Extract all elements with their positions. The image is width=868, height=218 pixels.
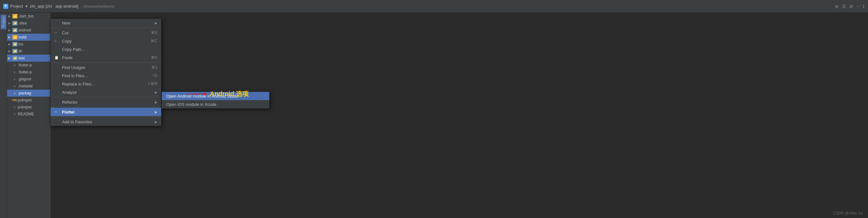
sidebar-item-ios[interactable]: ▶ 📁 ios <box>7 41 51 48</box>
submenu-arrow: ▶ <box>155 91 157 94</box>
paste-icon: 📋 <box>54 56 59 60</box>
watermark: CSDN @Allen Su <box>833 211 863 215</box>
file-icon: YML <box>12 98 17 102</box>
sidebar-item-label: .metadat <box>18 84 33 88</box>
folder-icon: 📁 <box>12 42 18 46</box>
shortcut: ^G <box>153 73 157 78</box>
sidebar-item-android[interactable]: ▶ 📁 android <box>7 27 51 34</box>
one-label: 1 <box>862 4 865 9</box>
folder-icon: 📁 <box>12 56 18 60</box>
sidebar-item-label: README <box>18 112 34 116</box>
sidebar-item-label: android <box>19 28 31 32</box>
annotation-arrow <box>188 94 207 94</box>
sidebar-item-metadata[interactable]: ▶ ≡ .metadat <box>7 83 51 90</box>
menu-item-label: Flutter <box>62 110 151 115</box>
title-bar-left: P Project ▾ zhi_app [zhi app android] ~/… <box>3 4 115 9</box>
vertical-tab: Project <box>0 13 7 218</box>
separator <box>51 62 161 63</box>
submenu-item-open-ios[interactable]: Open iOS module in Xcode <box>162 100 269 108</box>
menu-item-replace-in-files[interactable]: Replace in Files... ⇧⌘R <box>51 80 161 88</box>
menu-item-cut[interactable]: ✂ Cut ⌘X <box>51 29 161 37</box>
sidebar-item-flutter1[interactable]: ▶ ≡ .flutter-p <box>7 62 51 69</box>
menu-item-label: Add to Favorites <box>62 120 151 124</box>
sidebar-item-dart-tool[interactable]: ▶ 📁 .dart_too <box>7 13 51 20</box>
menu-item-paste[interactable]: 📋 Paste ⌘V <box>51 53 161 62</box>
folder-icon: 📁 <box>12 14 18 19</box>
sidebar-item-label: .flutter-p <box>18 63 32 67</box>
menu-item-add-favorites[interactable]: Add to Favorites ▶ <box>51 118 161 126</box>
shortcut: ⌘X <box>151 31 157 35</box>
submenu-arrow: ▶ <box>155 21 157 25</box>
sidebar-item-label: lib <box>19 49 22 53</box>
shortcut: ⌘C <box>151 39 157 43</box>
file-icon: ≡ <box>12 84 17 88</box>
title-module: app android] <box>55 4 78 8</box>
menu-item-label: Copy <box>62 39 148 43</box>
separator <box>51 97 161 97</box>
folder-icon: 📁 <box>12 35 18 39</box>
menu-item-flutter[interactable]: ✦ Flutter ▶ <box>51 108 161 116</box>
sidebar-item-gitignore[interactable]: ▶ ≡ .gitignor <box>7 75 51 83</box>
sidebar-item-label: .packag <box>18 91 31 95</box>
file-tree-sidebar: ▶ 📁 .dart_too ▶ 📁 .idea ▶ 📁 android ▶ 📁 … <box>7 13 51 218</box>
title-bar-controls: ⊕ ☰ ⚙ − 1 <box>835 4 865 9</box>
project-vtab[interactable]: Project <box>1 14 6 29</box>
sidebar-item-label: .idea <box>19 21 27 25</box>
menu-item-label: Copy Path... <box>62 47 157 52</box>
sidebar-item-readme[interactable]: ▶ ≡ README <box>7 111 51 118</box>
file-icon: ≡ <box>12 112 17 116</box>
sidebar-item-label: test <box>19 56 25 60</box>
sidebar-item-label: build <box>19 35 26 39</box>
expand-arrow: ▶ <box>8 57 11 60</box>
menu-item-find-usages[interactable]: Find Usages ⌘1 <box>51 63 161 71</box>
sidebar-item-pubspec1[interactable]: ▶ YML pubspec <box>7 97 51 103</box>
submenu-arrow: ▶ <box>155 120 157 124</box>
separator <box>51 28 161 28</box>
sidebar-item-test[interactable]: ▶ 📁 test <box>7 55 51 62</box>
title-path: ~/Documents/Dev/co <box>82 4 114 8</box>
sidebar-item-lib[interactable]: ▶ 📁 lib <box>7 48 51 55</box>
shortcut: ⇧⌘R <box>148 82 157 86</box>
menu-item-copy-path[interactable]: Copy Path... <box>51 45 161 53</box>
annotation-text: Android 选项 <box>210 90 249 98</box>
sidebar-item-flutter2[interactable]: ▶ ≡ .flutter-p <box>7 69 51 75</box>
menu-item-analyze[interactable]: Analyze ▶ <box>51 88 161 96</box>
folder-icon: 📁 <box>12 21 18 25</box>
expand-arrow: ▶ <box>8 42 11 46</box>
menu-item-copy[interactable]: ⎘ Copy ⌘C <box>51 37 161 45</box>
copy-icon: ⎘ <box>54 39 59 43</box>
sidebar-item-label: .gitignor <box>18 77 31 81</box>
separator <box>51 117 161 117</box>
separator <box>51 107 161 107</box>
menu-item-label: Find in Files... <box>62 73 150 78</box>
list-icon[interactable]: ☰ <box>842 4 846 9</box>
menu-item-label: Find Usages <box>62 65 149 70</box>
expand-arrow: ▶ <box>8 50 11 53</box>
sidebar-item-build[interactable]: ▶ 📁 build <box>7 34 51 41</box>
menu-item-label: Analyze <box>62 90 151 95</box>
globe-icon[interactable]: ⊕ <box>835 4 839 9</box>
context-menu: New ▶ ✂ Cut ⌘X ⎘ Copy ⌘C Copy Path... 📋 … <box>50 19 161 126</box>
sidebar-item-label: ios <box>19 42 23 46</box>
submenu-item-label: Open iOS module in Xcode <box>166 102 217 107</box>
title-project-name: zhi_app [zhi <box>30 4 52 8</box>
expand-arrow: ▶ <box>8 29 11 32</box>
menu-item-label: New <box>62 21 151 25</box>
menu-item-find-in-files[interactable]: Find in Files... ^G <box>51 71 161 80</box>
folder-icon: 📁 <box>12 28 18 32</box>
menu-item-refactor[interactable]: Refactor ▶ <box>51 98 161 106</box>
settings-icon[interactable]: ⚙ <box>849 4 854 9</box>
expand-arrow: ▶ <box>8 14 11 18</box>
sidebar-item-label: .dart_too <box>19 14 33 19</box>
menu-item-new[interactable]: New ▶ <box>51 19 161 27</box>
sidebar-item-pubspec2[interactable]: ▶ ≡ pubspec <box>7 103 51 111</box>
title-project: Project <box>10 4 23 8</box>
minimize-icon[interactable]: − <box>857 4 859 9</box>
file-icon: ≡ <box>12 77 17 81</box>
sidebar-item-package[interactable]: ▶ ≡ .packag <box>7 90 51 97</box>
shortcut: ⌘1 <box>151 65 157 70</box>
annotation: Android 选项 <box>188 90 249 98</box>
sidebar-item-idea[interactable]: ▶ 📁 .idea <box>7 20 51 27</box>
cut-icon: ✂ <box>54 31 59 35</box>
shortcut: ⌘V <box>151 55 157 60</box>
